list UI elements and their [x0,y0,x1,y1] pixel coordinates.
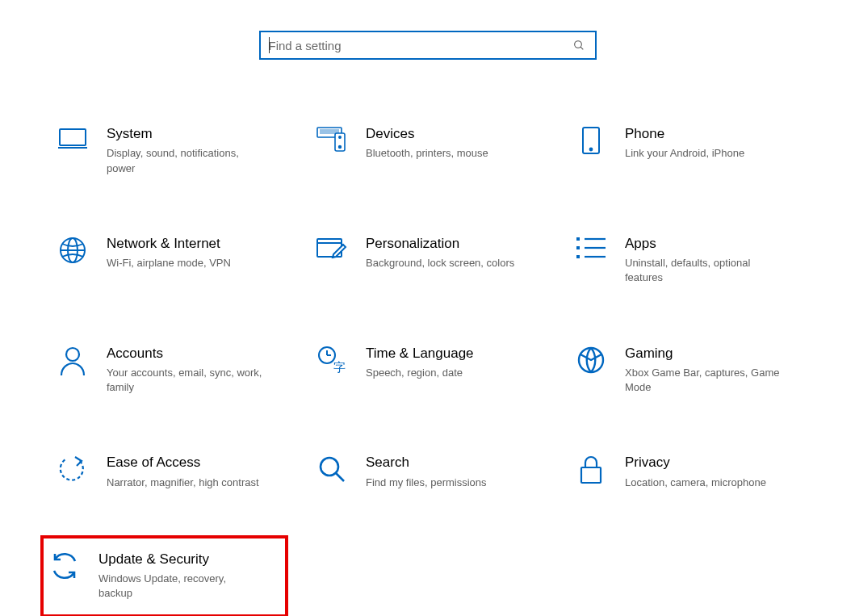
category-apps[interactable]: AppsUninstall, defaults, optional featur… [567,233,807,289]
category-ease[interactable]: Ease of AccessNarrator, magnifier, high … [48,451,288,493]
svg-rect-32 [581,467,601,483]
category-accounts[interactable]: AccountsYour accounts, email, sync, work… [48,342,288,399]
category-phone[interactable]: PhoneLink your Android, iPhone [567,123,807,179]
category-text: Time & LanguageSpeech, region, date [366,346,527,381]
category-system[interactable]: SystemDisplay, sound, notifications, pow… [48,123,288,179]
category-text: AppsUninstall, defaults, optional featur… [625,236,786,286]
category-text: AccountsYour accounts, email, sync, work… [107,346,268,396]
category-desc: Your accounts, email, sync, work, family [107,366,268,395]
category-text: SystemDisplay, sound, notifications, pow… [107,126,268,176]
svg-rect-2 [60,129,86,145]
category-search[interactable]: SearchFind my files, permissions [308,451,547,493]
category-title: Devices [366,126,527,142]
category-text: GamingXbox Game Bar, captures, Game Mode [625,346,786,396]
svg-line-1 [580,47,583,49]
apps-icon [575,236,607,268]
svg-text:字: 字 [333,361,346,374]
category-personalization[interactable]: PersonalizationBackground, lock screen, … [308,233,547,289]
search-input[interactable] [269,39,571,52]
time-icon: 字 [316,346,348,378]
search-container [48,31,807,60]
svg-point-30 [321,458,338,476]
text-cursor [269,37,270,53]
svg-rect-20 [576,255,580,258]
svg-rect-19 [576,246,580,249]
update-icon [48,551,81,584]
category-desc: Location, camera, microphone [625,476,786,490]
category-desc: Wi-Fi, airplane mode, VPN [107,256,268,270]
category-title: System [107,126,268,142]
category-title: Privacy [625,455,786,471]
category-text: PrivacyLocation, camera, microphone [625,455,786,490]
category-title: Update & Security [98,551,260,568]
settings-grid: SystemDisplay, sound, notifications, pow… [48,123,807,616]
category-desc: Background, lock screen, colors [366,256,527,270]
category-text: Update & SecurityWindows Update, recover… [98,551,260,601]
svg-rect-18 [576,237,580,241]
network-icon [57,236,89,268]
phone-icon [575,126,607,158]
category-title: Accounts [107,346,268,362]
category-title: Gaming [625,346,786,362]
svg-point-12 [590,149,593,151]
svg-line-31 [336,473,344,481]
category-desc: Uninstall, defaults, optional features [625,256,786,285]
category-update[interactable]: Update & SecurityWindows Update, recover… [40,535,288,616]
category-desc: Windows Update, recovery, backup [98,572,260,601]
gaming-icon [575,346,607,378]
category-desc: Link your Android, iPhone [625,146,786,161]
svg-point-0 [574,41,581,48]
category-title: Search [366,455,527,471]
personalization-icon [316,236,348,268]
category-title: Apps [625,236,786,252]
privacy-icon [575,455,607,487]
category-network[interactable]: Network & InternetWi-Fi, airplane mode, … [48,233,288,289]
category-title: Ease of Access [107,455,268,471]
category-text: PersonalizationBackground, lock screen, … [366,236,527,271]
ease-icon [57,455,89,487]
svg-point-9 [339,136,341,138]
category-desc: Find my files, permissions [366,476,527,490]
category-privacy[interactable]: PrivacyLocation, camera, microphone [567,451,807,493]
search-icon [571,37,587,53]
category-text: PhoneLink your Android, iPhone [625,126,786,161]
category-text: Ease of AccessNarrator, magnifier, high … [107,455,268,490]
category-text: DevicesBluetooth, printers, mouse [366,126,527,161]
svg-point-24 [66,348,79,361]
category-gaming[interactable]: GamingXbox Game Bar, captures, Game Mode [567,342,807,399]
category-text: Network & InternetWi-Fi, airplane mode, … [107,236,268,271]
search-icon [316,455,348,487]
svg-point-10 [339,146,342,149]
category-desc: Narrator, magnifier, high contrast [107,476,268,490]
category-desc: Speech, region, date [366,366,527,380]
category-time[interactable]: 字Time & LanguageSpeech, region, date [308,342,547,399]
accounts-icon [57,346,89,378]
category-title: Network & Internet [107,236,268,252]
devices-icon [316,126,348,158]
category-devices[interactable]: DevicesBluetooth, printers, mouse [308,123,547,179]
search-box[interactable] [259,31,597,60]
category-desc: Bluetooth, printers, mouse [366,146,527,161]
category-title: Phone [625,126,786,142]
category-text: SearchFind my files, permissions [366,455,527,490]
category-title: Time & Language [366,346,527,362]
category-desc: Display, sound, notifications, power [107,146,268,175]
category-desc: Xbox Game Bar, captures, Game Mode [625,366,786,395]
system-icon [57,126,89,158]
category-title: Personalization [366,236,527,252]
